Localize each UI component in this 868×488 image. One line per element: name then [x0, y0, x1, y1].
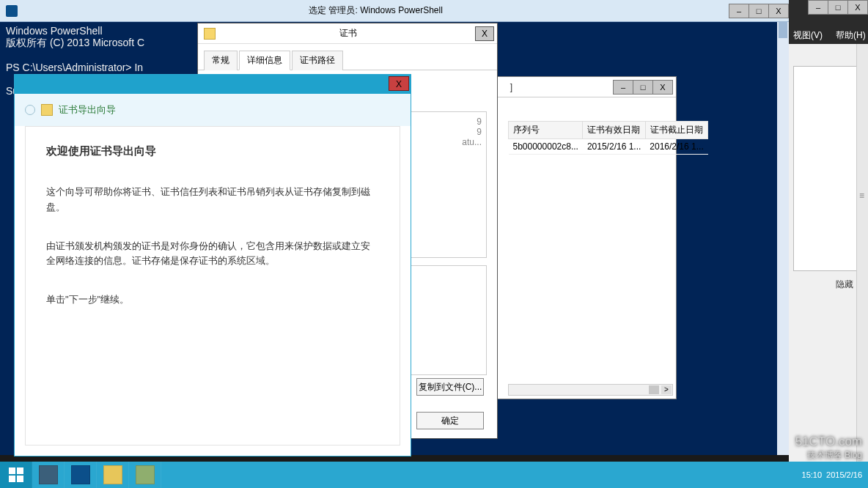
copy-to-file-button[interactable]: 复制到文件(C)...: [416, 378, 484, 396]
powershell-taskbar-icon: [71, 465, 90, 484]
outer-minimize-button[interactable]: –: [808, 0, 828, 15]
taskbar: 15:10 2015/2/16: [0, 462, 868, 488]
cell-expire: 2016/2/16 1...: [645, 139, 707, 155]
taskbar-mmc[interactable]: [129, 462, 161, 488]
wizard-para-2: 由证书颁发机构颁发的证书是对你身份的确认，它包含用来保护数据或建立安全网络连接的…: [46, 239, 379, 270]
powershell-titlebar[interactable]: 选定 管理员: Windows PowerShell – □ X: [0, 0, 789, 22]
right-pane-box: [793, 66, 864, 271]
cert-icon: [204, 28, 216, 40]
table-row[interactable]: 5b00000002c8... 2015/2/16 1... 2016/2/16…: [509, 139, 708, 155]
cert-list[interactable]: 序列号 证书有效日期 证书截止日期 5b00000002c8... 2015/2…: [508, 121, 673, 223]
col-serial[interactable]: 序列号: [509, 122, 583, 139]
wizard-close-button[interactable]: X: [389, 76, 409, 91]
cert-wizard-icon: [41, 104, 53, 116]
taskbar-server-manager[interactable]: [32, 462, 65, 488]
mmc-hscroll-right[interactable]: >: [661, 385, 672, 394]
mmc-hscroll-thumb[interactable]: [649, 385, 659, 394]
ps-scroll-thumb[interactable]: [779, 22, 787, 38]
tab-details[interactable]: 详细信息: [239, 51, 290, 70]
ps-minimize-button[interactable]: –: [729, 4, 749, 18]
outer-close-button[interactable]: X: [847, 0, 868, 15]
mmc-hscroll[interactable]: >: [508, 384, 673, 396]
right-actions-pane: 隐藏: [789, 44, 868, 462]
cert-dialog-title: 证书: [221, 27, 475, 40]
ps-close-button[interactable]: X: [768, 4, 789, 18]
mmc-close-button[interactable]: X: [652, 80, 673, 95]
tab-path[interactable]: 证书路径: [292, 51, 343, 70]
powershell-icon: [6, 5, 18, 17]
menu-help[interactable]: 帮助(H): [836, 29, 866, 42]
cell-serial: 5b00000002c8...: [509, 139, 583, 155]
right-pane-scrollbar[interactable]: [856, 44, 868, 462]
powershell-title: 选定 管理员: Windows PowerShell: [22, 4, 729, 17]
export-wizard-window: X 证书导出向导 欢迎使用证书导出向导 这个向导可帮助你将证书、证书信任列表和证…: [14, 74, 411, 456]
back-icon[interactable]: [25, 105, 35, 115]
explorer-icon: [103, 465, 122, 484]
mmc-maximize-button[interactable]: □: [633, 80, 653, 95]
menu-view[interactable]: 视图(V): [793, 29, 823, 42]
outer-maximize-button[interactable]: □: [828, 0, 848, 15]
table-header-row: 序列号 证书有效日期 证书截止日期: [509, 122, 708, 139]
ok-button[interactable]: 确定: [416, 412, 484, 429]
right-pane-hide-link[interactable]: 隐藏: [836, 278, 853, 291]
wizard-para-1: 这个向导可帮助你将证书、证书信任列表和证书吊销列表从证书存储复制到磁盘。: [46, 185, 379, 215]
start-button[interactable]: [0, 462, 32, 488]
mmc-icon: [136, 465, 155, 484]
cert-close-button[interactable]: X: [475, 26, 494, 41]
outer-window-chrome: – □ X 视图(V) 帮助(H): [789, 0, 868, 44]
wizard-heading: 欢迎使用证书导出向导: [46, 144, 379, 158]
wizard-header: 证书导出向导: [15, 94, 411, 126]
mmc-minimize-button[interactable]: –: [613, 80, 633, 95]
ps-scrollbar[interactable]: [777, 22, 789, 455]
tab-general[interactable]: 常规: [204, 51, 238, 70]
wizard-title: 证书导出向导: [59, 103, 116, 117]
ps-maximize-button[interactable]: □: [749, 4, 769, 18]
taskbar-powershell[interactable]: [65, 462, 97, 488]
col-expire[interactable]: 证书截止日期: [645, 122, 707, 139]
tray-time: 15:10: [802, 470, 823, 479]
windows-logo-icon: [9, 467, 23, 482]
tray-date: 2015/2/16: [826, 470, 862, 479]
system-tray[interactable]: 15:10 2015/2/16: [802, 462, 862, 488]
wizard-body: 欢迎使用证书导出向导 这个向导可帮助你将证书、证书信任列表和证书吊销列表从证书存…: [25, 126, 400, 446]
wizard-para-3: 单击"下一步"继续。: [46, 292, 379, 308]
col-valid[interactable]: 证书有效日期: [583, 122, 645, 139]
taskbar-explorer[interactable]: [97, 462, 129, 488]
server-manager-icon: [39, 465, 58, 484]
cell-valid: 2015/2/16 1...: [583, 139, 645, 155]
